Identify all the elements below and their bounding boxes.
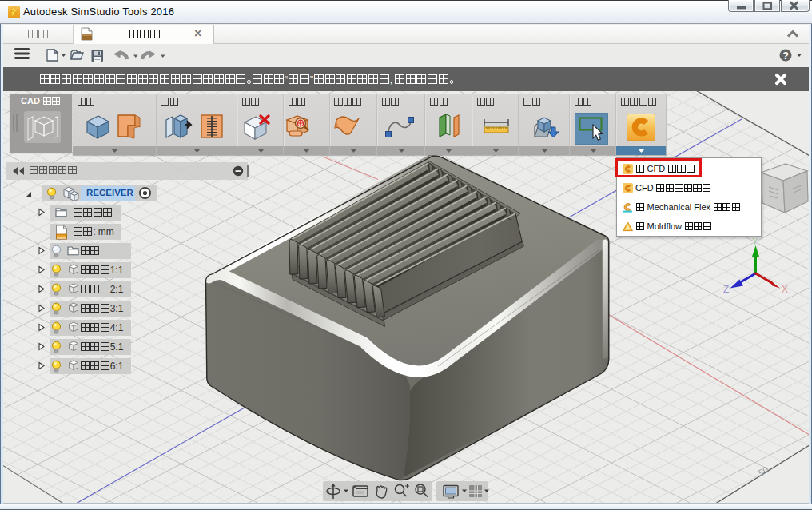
svg-text:?: ? (782, 50, 789, 62)
svg-text:Z: Z (723, 284, 729, 295)
svg-text:X: X (782, 284, 788, 295)
svg-text:Y: Y (752, 237, 758, 246)
